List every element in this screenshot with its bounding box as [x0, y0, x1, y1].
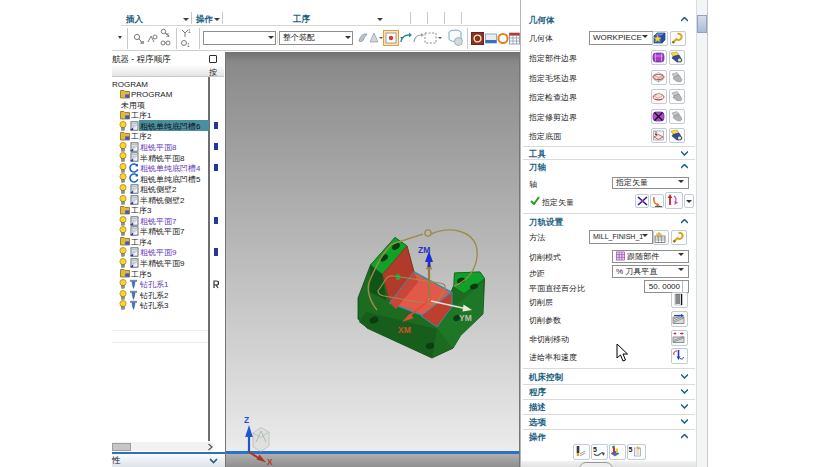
svg-text:1: 1: [188, 29, 191, 34]
svg-text:5: 5: [593, 446, 597, 453]
svg-text:1: 1: [187, 43, 190, 48]
svg-text:YM: YM: [459, 313, 472, 323]
svg-text:X: X: [267, 457, 273, 467]
svg-text:5: 5: [629, 446, 633, 453]
svg-text:Z: Z: [244, 415, 249, 425]
svg-text:ZM: ZM: [418, 245, 430, 255]
svg-text:XM: XM: [398, 325, 411, 335]
